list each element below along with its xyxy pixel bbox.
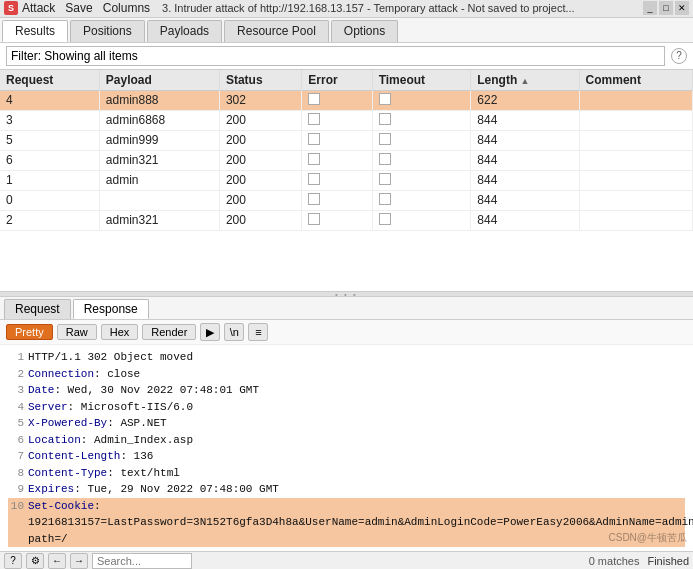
response-line: 1HTTP/1.1 302 Object moved: [8, 349, 685, 366]
line-content: Location: Admin_Index.asp: [28, 432, 685, 449]
play-icon-button[interactable]: ▶: [200, 323, 220, 341]
menu-icon-button[interactable]: ≡: [248, 323, 268, 341]
filter-bar: ?: [0, 43, 693, 70]
bottom-tabs: Request Response: [0, 297, 693, 320]
cell-status: 200: [219, 210, 301, 230]
newline-icon-button[interactable]: \n: [224, 323, 244, 341]
response-content: 1HTTP/1.1 302 Object moved2Connection: c…: [0, 345, 693, 551]
cell-request: 3: [0, 110, 99, 130]
table-row[interactable]: 4admin888302622: [0, 90, 693, 110]
table-row[interactable]: 2admin321200844: [0, 210, 693, 230]
title-bar: S Attack Save Columns 3. Intruder attack…: [0, 0, 693, 18]
tab-positions[interactable]: Positions: [70, 20, 145, 42]
menu-columns[interactable]: Columns: [103, 1, 150, 15]
line-number: 6: [8, 432, 24, 449]
cell-error: [302, 170, 372, 190]
cell-status: 200: [219, 190, 301, 210]
col-comment[interactable]: Comment: [579, 70, 692, 91]
raw-button[interactable]: Raw: [57, 324, 97, 340]
cell-length: 622: [471, 90, 579, 110]
line-content: Set-Cookie: 19216813157=LastPassword=3N1…: [28, 498, 693, 548]
col-error[interactable]: Error: [302, 70, 372, 91]
cell-status: 200: [219, 170, 301, 190]
search-input[interactable]: [92, 553, 192, 569]
cell-error: [302, 210, 372, 230]
col-payload[interactable]: Payload: [99, 70, 219, 91]
cell-request: 6: [0, 150, 99, 170]
line-number: 1: [8, 349, 24, 366]
settings-icon-button[interactable]: ⚙: [26, 553, 44, 569]
cell-comment: [579, 90, 692, 110]
col-status[interactable]: Status: [219, 70, 301, 91]
cell-status: 302: [219, 90, 301, 110]
cell-comment: [579, 210, 692, 230]
table-row[interactable]: 6admin321200844: [0, 150, 693, 170]
cell-payload: [99, 190, 219, 210]
cell-comment: [579, 170, 692, 190]
forward-button[interactable]: →: [70, 553, 88, 569]
hex-button[interactable]: Hex: [101, 324, 139, 340]
maximize-button[interactable]: □: [659, 1, 673, 15]
cell-length: 844: [471, 110, 579, 130]
status-bar: ? ⚙ ← → 0 matches Finished: [0, 551, 693, 569]
line-number: 4: [8, 399, 24, 416]
menu-attack[interactable]: Attack: [22, 1, 55, 15]
cell-comment: [579, 150, 692, 170]
cell-payload: admin888: [99, 90, 219, 110]
cell-timeout: [372, 130, 471, 150]
line-number: 5: [8, 415, 24, 432]
response-line: 9Expires: Tue, 29 Nov 2022 07:48:00 GMT: [8, 481, 685, 498]
app-icon: S: [4, 1, 18, 15]
response-line: 5X-Powered-By: ASP.NET: [8, 415, 685, 432]
table-row[interactable]: 3admin6868200844: [0, 110, 693, 130]
window-controls: _ □ ✕: [643, 1, 689, 15]
col-request[interactable]: Request: [0, 70, 99, 91]
response-line: 6Location: Admin_Index.asp: [8, 432, 685, 449]
response-line: 4Server: Microsoft-IIS/6.0: [8, 399, 685, 416]
pretty-button[interactable]: Pretty: [6, 324, 53, 340]
cell-payload: admin: [99, 170, 219, 190]
cell-timeout: [372, 150, 471, 170]
cell-status: 200: [219, 150, 301, 170]
cell-comment: [579, 190, 692, 210]
tab-request[interactable]: Request: [4, 299, 71, 319]
back-button[interactable]: ←: [48, 553, 66, 569]
status-text: Finished: [647, 555, 689, 567]
cell-payload: admin321: [99, 150, 219, 170]
tab-results[interactable]: Results: [2, 20, 68, 42]
col-timeout[interactable]: Timeout: [372, 70, 471, 91]
cell-status: 200: [219, 110, 301, 130]
line-content: X-Powered-By: ASP.NET: [28, 415, 685, 432]
menu-save[interactable]: Save: [65, 1, 92, 15]
filter-help-button[interactable]: ?: [671, 48, 687, 64]
status-bar-left: ? ⚙ ← →: [4, 553, 192, 569]
table-row[interactable]: 1admin200844: [0, 170, 693, 190]
cell-length: 844: [471, 150, 579, 170]
line-number: 7: [8, 448, 24, 465]
cell-timeout: [372, 170, 471, 190]
cell-request: 0: [0, 190, 99, 210]
line-content: Content-Type: text/html: [28, 465, 685, 482]
col-length[interactable]: Length ▲: [471, 70, 579, 91]
filter-input[interactable]: [6, 46, 665, 66]
matches-badge: 0 matches: [589, 555, 644, 567]
response-line: 10Set-Cookie: 19216813157=LastPassword=3…: [8, 498, 685, 548]
minimize-button[interactable]: _: [643, 1, 657, 15]
main-container: S Attack Save Columns 3. Intruder attack…: [0, 0, 693, 569]
table-row[interactable]: 5admin999200844: [0, 130, 693, 150]
close-button[interactable]: ✕: [675, 1, 689, 15]
table-row[interactable]: 0200844: [0, 190, 693, 210]
help-icon-button[interactable]: ?: [4, 553, 22, 569]
line-content: Connection: close: [28, 366, 685, 383]
render-button[interactable]: Render: [142, 324, 196, 340]
cell-timeout: [372, 190, 471, 210]
tab-response[interactable]: Response: [73, 299, 149, 319]
line-number: 9: [8, 481, 24, 498]
tab-options[interactable]: Options: [331, 20, 398, 42]
response-line: 2Connection: close: [8, 366, 685, 383]
watermark: CSDN@牛顿苦瓜: [609, 531, 688, 545]
tab-resource-pool[interactable]: Resource Pool: [224, 20, 329, 42]
tab-payloads[interactable]: Payloads: [147, 20, 222, 42]
response-line: 3Date: Wed, 30 Nov 2022 07:48:01 GMT: [8, 382, 685, 399]
cell-error: [302, 190, 372, 210]
